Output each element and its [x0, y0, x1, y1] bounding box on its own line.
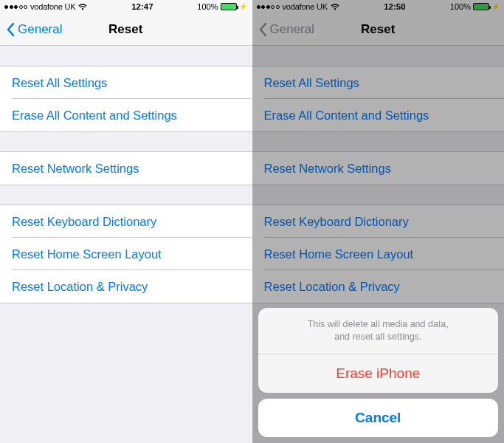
cell-label: Reset Location & Privacy — [264, 280, 400, 294]
list-spacer — [0, 131, 252, 152]
cell-label: Reset Keyboard Dictionary — [264, 215, 409, 229]
cell-label: Reset All Settings — [264, 76, 359, 90]
chevron-left-icon — [258, 22, 267, 37]
reset-network-settings-cell[interactable]: Reset Network Settings — [252, 152, 505, 185]
cell-label: Reset Network Settings — [264, 162, 391, 176]
charging-icon: ⚡ — [491, 4, 500, 10]
list-spacer — [0, 46, 252, 66]
chevron-left-icon — [6, 22, 15, 37]
cell-label: Reset Keyboard Dictionary — [12, 215, 156, 229]
charging-icon: ⚡ — [239, 4, 247, 10]
status-bar: vodafone UK 12:50 100% ⚡ — [252, 0, 505, 13]
back-button[interactable]: General — [6, 22, 62, 37]
cell-label: Erase All Content and Settings — [12, 109, 177, 123]
battery-icon — [221, 3, 237, 10]
button-label: Cancel — [355, 410, 401, 426]
back-button[interactable]: General — [258, 22, 314, 37]
reset-network-settings-cell[interactable]: Reset Network Settings — [0, 152, 252, 185]
cell-label: Erase All Content and Settings — [264, 109, 429, 123]
list-spacer — [0, 303, 252, 443]
reset-all-settings-cell[interactable]: Reset All Settings — [0, 66, 252, 99]
list-spacer — [252, 185, 505, 205]
cell-label: Reset All Settings — [12, 76, 107, 90]
nav-bar: General Reset — [252, 13, 505, 46]
cell-label: Reset Home Screen Layout — [264, 247, 414, 261]
reset-home-screen-layout-cell[interactable]: Reset Home Screen Layout — [252, 238, 505, 270]
list-spacer — [252, 131, 505, 152]
reset-location-privacy-cell[interactable]: Reset Location & Privacy — [252, 270, 505, 303]
cancel-button[interactable]: Cancel — [258, 399, 499, 437]
signal-dots-icon — [257, 5, 280, 9]
erase-all-content-cell[interactable]: Erase All Content and Settings — [252, 99, 505, 131]
erase-all-content-cell[interactable]: Erase All Content and Settings — [0, 99, 252, 131]
battery-percent: 100% — [450, 2, 471, 11]
nav-bar: General Reset — [0, 13, 252, 46]
erase-iphone-button[interactable]: Erase iPhone — [258, 354, 499, 393]
battery-icon — [473, 3, 489, 10]
phone-left: vodafone UK 12:47 100% ⚡ General Reset R… — [0, 0, 252, 443]
wifi-icon — [78, 4, 87, 10]
clock: 12:47 — [131, 2, 153, 11]
carrier-label: vodafone UK — [30, 2, 75, 11]
back-label: General — [18, 22, 62, 37]
reset-all-settings-cell[interactable]: Reset All Settings — [252, 66, 505, 99]
reset-location-privacy-cell[interactable]: Reset Location & Privacy — [0, 270, 252, 303]
cell-label: Reset Home Screen Layout — [12, 247, 162, 261]
button-label: Erase iPhone — [336, 365, 420, 382]
signal-dots-icon — [4, 5, 27, 9]
action-sheet: This will delete all media and data, and… — [258, 308, 499, 437]
status-bar: vodafone UK 12:47 100% ⚡ — [0, 0, 252, 13]
action-sheet-message: This will delete all media and data, and… — [258, 308, 499, 354]
cell-label: Reset Location & Privacy — [12, 280, 148, 294]
reset-keyboard-dictionary-cell[interactable]: Reset Keyboard Dictionary — [0, 205, 252, 238]
carrier-label: vodafone UK — [283, 2, 328, 11]
list-spacer — [252, 46, 505, 66]
clock: 12:50 — [384, 2, 405, 11]
cell-label: Reset Network Settings — [12, 162, 139, 176]
list-spacer — [0, 185, 252, 205]
back-label: General — [270, 22, 314, 37]
reset-home-screen-layout-cell[interactable]: Reset Home Screen Layout — [0, 238, 252, 270]
phone-right: vodafone UK 12:50 100% ⚡ General Reset R… — [252, 0, 505, 443]
battery-percent: 100% — [197, 2, 218, 11]
reset-keyboard-dictionary-cell[interactable]: Reset Keyboard Dictionary — [252, 205, 505, 238]
wifi-icon — [331, 4, 339, 10]
